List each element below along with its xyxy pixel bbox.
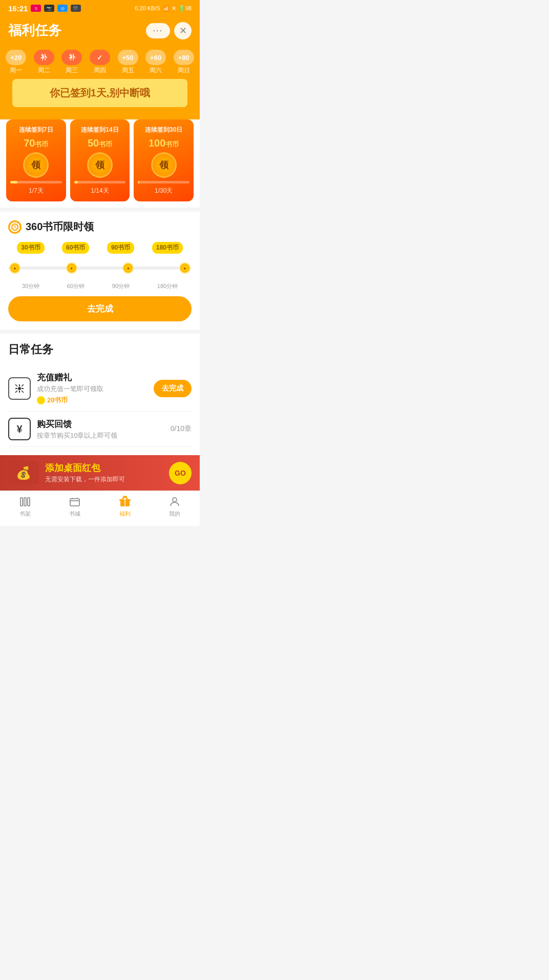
milestone-14day-btn[interactable]: 领 [87,152,113,178]
app-badge-2: 📷 [44,5,54,12]
day-thursday[interactable]: ✓ 周四 [90,50,110,79]
svg-rect-7 [70,499,79,506]
time-label-30: 30分钟 [22,282,39,290]
time-label-90: 90分钟 [112,282,130,290]
day-sunday[interactable]: +80 周日 [174,50,194,79]
network-speed: 0.20 KB/S [135,5,160,11]
milestone-7day-title: 连续签到7日 [19,126,53,134]
nav-welfare-label: 福利 [119,510,131,518]
rm-90-badge: 90书币 [107,242,134,254]
day-tuesday-badge: 补 [34,50,54,65]
milestone-30day-progress [138,181,189,183]
task-purchase: ¥ 购买回馈 按章节购买10章以上即可领 0/10章 [8,412,192,447]
nav-welfare[interactable]: 福利 [100,495,150,518]
track-dot-180: ● [179,262,191,274]
day-saturday-label: 周六 [150,66,162,79]
streak-banner: 你已签到1天,别中断哦 [12,79,187,107]
checkin-days-row: +20 周一 补 周二 补 周三 ✓ 周四 +50 周五 +60 周六 +80 … [0,46,200,79]
recharge-reward-text: 20书币 [47,396,68,405]
banner-image: 💰 [8,461,39,484]
battery: 🔋98 [178,5,192,12]
task-recharge-desc: 成功充值一笔即可领取 [37,384,147,394]
daily-section: 日常任务 充值赠礼 成功充值一笔即可领取 20书币 去完成 ¥ 购买回馈 按章节… [0,334,200,455]
task-recharge-info: 充值赠礼 成功充值一笔即可领取 20书币 [37,372,147,405]
day-monday[interactable]: +20 周一 [6,50,26,79]
rm-180: 180书币 [152,242,183,254]
track-dot-90: ● [122,262,134,274]
app-header: 福利任务 ··· ✕ [0,16,200,46]
nav-bookshelf-label: 书架 [19,510,31,518]
day-friday[interactable]: +50 周五 [118,50,138,79]
banner-text: 添加桌面红包 无需安装下载，一件添加即可 [45,462,163,484]
status-right: 0.20 KB/S 📶 ✕ 🔋98 [135,5,192,12]
day-saturday[interactable]: +60 周六 [145,50,166,79]
daily-title: 日常任务 [8,342,192,357]
day-tuesday[interactable]: 补 周二 [34,50,54,79]
reading-complete-btn[interactable]: 去完成 [8,296,192,321]
close-button[interactable]: ✕ [174,22,192,39]
milestone-30day-btn[interactable]: 领 [151,152,177,178]
day-wednesday[interactable]: 补 周三 [61,50,82,79]
reading-title-text: 360书币限时领 [26,220,94,234]
nav-bookshelf[interactable]: 书架 [0,495,50,518]
task-purchase-desc: 按章节购买10章以上即可领 [37,431,164,440]
wifi-icon: 📶 [162,5,170,12]
svg-rect-4 [20,498,23,506]
task-purchase-icon: ¥ [8,418,31,440]
task-purchase-name: 购买回馈 [37,418,164,430]
milestone-7day-coins: 70书币 [24,137,48,149]
milestone-7day-btn[interactable]: 领 [23,152,49,178]
banner-sub-text: 无需安装下载，一件添加即可 [45,475,163,484]
svg-point-3 [18,387,21,390]
app-badge-4: 🛡 [71,5,81,12]
signal-icon: ✕ [172,5,176,12]
streak-message: 你已签到1天,别中断哦 [50,87,151,98]
nav-bookstore[interactable]: 书城 [50,495,100,518]
rm-180-badge: 180书币 [152,242,183,254]
milestone-7day-fill [10,181,17,183]
track-dots: ● ● ● ● [8,262,192,274]
track-dot-60: ● [66,262,77,274]
status-bar: 16:21 S 📷 ◎ 🛡 0.20 KB/S 📶 ✕ 🔋98 [0,0,200,16]
day-wednesday-badge: 补 [61,50,82,65]
day-tuesday-label: 周二 [38,66,50,79]
app-badge-3: ◎ [57,5,68,12]
task-recharge-icon [8,377,31,400]
task-purchase-count: 0/10章 [171,424,192,434]
svg-line-2 [15,227,16,228]
recharge-complete-btn[interactable]: 去完成 [154,380,192,397]
nav-profile-label: 我的 [169,510,180,518]
time-labels: 30分钟 60分钟 90分钟 180分钟 [8,282,192,290]
status-left: 16:21 S 📷 ◎ 🛡 [8,4,81,13]
reading-milestones: 30书币 60书币 90书币 180书币 [8,242,192,254]
svg-rect-6 [28,498,30,506]
page-title: 福利任务 [8,22,61,39]
banner-ad[interactable]: 💰 添加桌面红包 无需安装下载，一件添加即可 GO [0,455,200,491]
bottom-nav: 书架 书城 福利 我的 [0,491,200,526]
rm-60: 60书币 [62,242,89,254]
time-label-180: 180分钟 [157,282,178,290]
profile-icon [168,495,181,508]
day-monday-label: 周一 [10,66,22,79]
nav-profile[interactable]: 我的 [150,495,200,518]
svg-rect-5 [24,498,26,506]
task-recharge-name: 充值赠礼 [37,372,147,383]
reading-section: 360书币限时领 30书币 60书币 90书币 180书币 ● ● ● ● 30… [0,212,200,330]
bookshelf-icon [18,495,32,508]
day-thursday-label: 周四 [94,66,106,79]
svg-point-10 [173,498,177,502]
day-friday-badge: +50 [118,50,138,65]
day-wednesday-label: 周三 [66,66,78,79]
clock-icon [8,220,22,234]
day-sunday-label: 周日 [178,66,190,79]
welfare-icon [118,495,132,508]
day-friday-label: 周五 [122,66,134,79]
milestone-30day: 连续签到30日 100书币 领 1/30天 [134,119,194,201]
more-button[interactable]: ··· [146,23,170,38]
milestone-30day-title: 连续签到30日 [145,126,182,134]
app-badge-1: S [31,5,41,12]
banner-go-btn[interactable]: GO [169,462,192,484]
reading-progress-track: ● ● ● ● [8,258,192,278]
time-label-60: 60分钟 [67,282,85,290]
coin-icon-recharge [37,396,45,404]
